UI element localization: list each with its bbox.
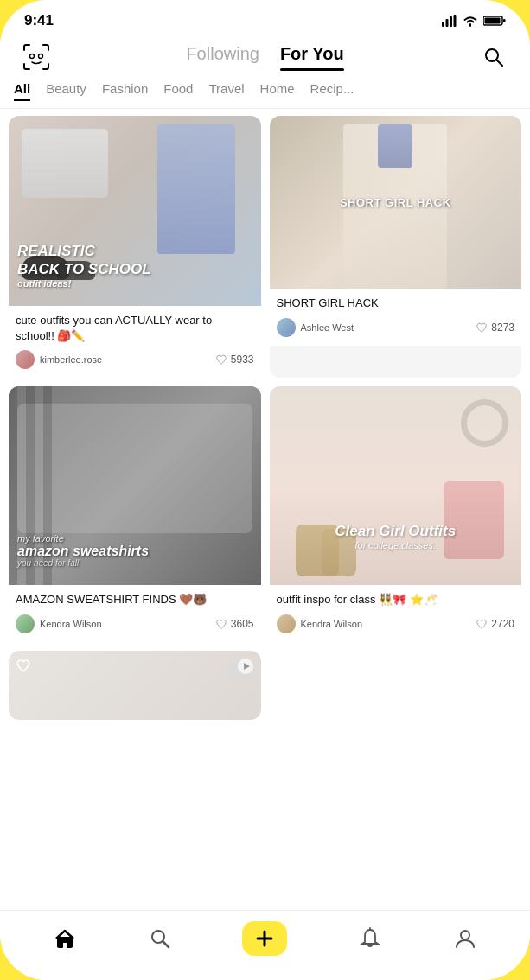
card1-likes: 5933 [215, 353, 254, 366]
card2-title-text: SHORT GIRL HACK [277, 296, 515, 311]
card2-author-name: Ashlee West [301, 322, 354, 333]
card2-info: SHORT GIRL HACK Ashlee West 8273 [270, 289, 522, 346]
heart-icon [215, 353, 227, 366]
svg-rect-5 [485, 18, 501, 24]
card1-author: kimberlee.rose [16, 350, 102, 369]
home-icon [53, 926, 77, 951]
category-all[interactable]: All [14, 81, 30, 101]
card2-image: SHORT GIRL HACK [270, 116, 522, 289]
card3-overlay: my favorite amazon sweatshirts you need … [17, 533, 252, 569]
signal-icon [442, 15, 457, 27]
heart-icon [476, 321, 488, 334]
tab-for-you[interactable]: For You [280, 44, 344, 71]
card3-avatar [16, 614, 35, 633]
heart-icon [476, 618, 488, 630]
card4-overlay: Clean Girl Outfits for college classes. [270, 523, 522, 550]
card2-like-count: 8273 [491, 321, 514, 334]
card3-overlay-line3: you need for fall [17, 558, 252, 568]
add-button[interactable] [242, 921, 287, 956]
card1-subtitle: outfit ideas! [17, 278, 252, 289]
phone-frame: 9:41 [0, 0, 530, 980]
battery-icon [483, 15, 506, 27]
search-icon-button[interactable] [478, 41, 509, 73]
svg-rect-2 [450, 16, 452, 27]
category-food[interactable]: Food [163, 81, 193, 101]
card2-meta: Ashlee West 8273 [277, 318, 515, 337]
card-short-girl-hack[interactable]: SHORT GIRL HACK SHORT GIRL HACK Ashlee W… [270, 116, 522, 378]
nav-search[interactable] [148, 926, 172, 951]
tab-following[interactable]: Following [186, 44, 259, 71]
card3-author-name: Kendra Wilson [40, 619, 102, 629]
category-recipes[interactable]: Recip... [310, 81, 354, 101]
card1-info: cute outfits you can ACTUALLY wear to sc… [9, 306, 261, 378]
card1-description: cute outfits you can ACTUALLY wear to sc… [16, 313, 254, 343]
search-nav-icon [148, 926, 172, 951]
status-time: 9:41 [24, 12, 54, 29]
card1-avatar [16, 350, 35, 369]
card4-avatar [277, 614, 296, 633]
search-icon [483, 47, 504, 67]
svg-point-7 [30, 54, 35, 59]
category-beauty[interactable]: Beauty [46, 81, 86, 101]
heart-icon [215, 618, 227, 630]
svg-rect-6 [503, 19, 506, 22]
heart-icon-small [16, 658, 31, 673]
card1-overlay: REALISTIC BACK TO SCHOOL outfit ideas! [17, 243, 252, 289]
category-home[interactable]: Home [260, 81, 295, 101]
card4-author: Kendra Wilson [277, 614, 363, 633]
profile-icon [453, 926, 477, 951]
card3-overlay-line1: my favorite [17, 533, 252, 544]
plus-icon [255, 929, 274, 948]
wifi-icon [463, 15, 478, 27]
svg-line-14 [163, 942, 169, 948]
card3-overlay-line2: amazon sweatshirts [17, 544, 252, 559]
nav-notifications[interactable] [358, 926, 382, 951]
svg-rect-3 [454, 15, 457, 27]
status-icons [442, 15, 506, 27]
card4-description: outfit inspo for class 👯‍♀️🎀 ⭐🥂 [277, 592, 515, 608]
card-back-to-school[interactable]: REALISTIC BACK TO SCHOOL outfit ideas! c… [9, 116, 261, 378]
card3-author: Kendra Wilson [16, 614, 102, 633]
card1-author-name: kimberlee.rose [40, 354, 102, 365]
card3-image: my favorite amazon sweatshirts you need … [9, 386, 261, 585]
card4-overlay-line2: for college classes. [270, 540, 522, 550]
card2-likes: 8273 [476, 321, 514, 334]
card-clean-girl-outfits[interactable]: Clean Girl Outfits for college classes. … [270, 386, 522, 642]
status-bar: 9:41 [0, 0, 530, 36]
bottom-nav [0, 910, 530, 980]
face-ar-icon[interactable] [21, 41, 52, 73]
card3-likes: 3605 [215, 618, 254, 630]
card4-info: outfit inspo for class 👯‍♀️🎀 ⭐🥂 Kendra W… [270, 585, 522, 642]
svg-rect-0 [442, 22, 444, 27]
category-fashion[interactable]: Fashion [102, 81, 148, 101]
card-partial-bottom[interactable] [9, 651, 261, 720]
card1-like-count: 5933 [231, 353, 254, 366]
category-bar: All Beauty Fashion Food Travel Home Reci… [0, 73, 530, 109]
card1-title-line2: BACK TO SCHOOL [17, 261, 252, 278]
content-area: REALISTIC BACK TO SCHOOL outfit ideas! c… [0, 109, 530, 910]
content-grid: REALISTIC BACK TO SCHOOL outfit ideas! c… [9, 116, 521, 720]
card1-meta: kimberlee.rose 5933 [16, 350, 254, 369]
card4-likes: 2720 [476, 618, 514, 630]
nav-home[interactable] [53, 926, 77, 951]
card4-image: Clean Girl Outfits for college classes. [270, 386, 522, 585]
card4-overlay-line1: Clean Girl Outfits [270, 523, 522, 540]
category-travel[interactable]: Travel [208, 81, 244, 101]
svg-point-8 [39, 54, 43, 59]
svg-point-18 [461, 931, 469, 939]
card2-author: Ashlee West [277, 318, 354, 337]
card2-avatar [277, 318, 296, 337]
card3-title-text: AMAZON SWEATSHIRT FINDS 🤎🐻 [16, 592, 254, 608]
svg-rect-1 [446, 19, 449, 27]
card-amazon-sweatshirts[interactable]: my favorite amazon sweatshirts you need … [9, 386, 261, 642]
nav-tabs: Following For You [186, 44, 343, 71]
svg-line-10 [497, 60, 503, 67]
card4-like-count: 2720 [491, 618, 514, 630]
card4-author-name: Kendra Wilson [301, 619, 363, 629]
card2-overlay: SHORT GIRL HACK [282, 196, 508, 209]
bell-icon [358, 926, 382, 951]
card3-meta: Kendra Wilson 3605 [16, 614, 254, 633]
card1-title-line1: REALISTIC [17, 243, 252, 260]
nav-profile[interactable] [453, 926, 477, 951]
card2-title: SHORT GIRL HACK [282, 196, 508, 209]
